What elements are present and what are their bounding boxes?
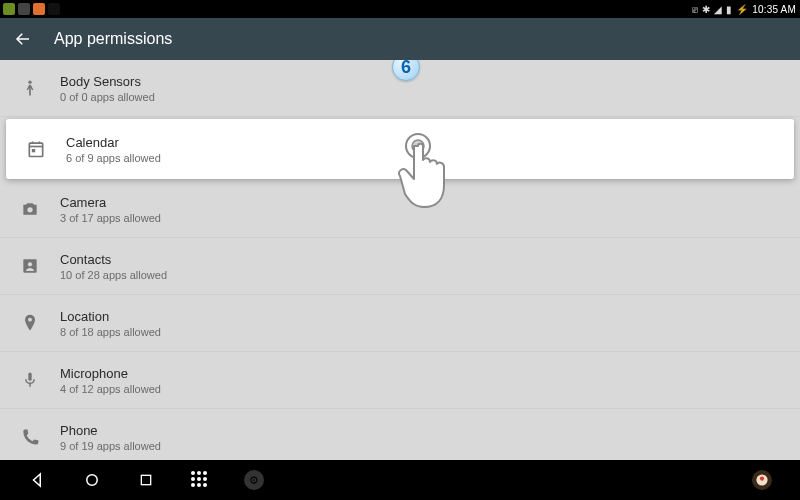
permission-sub: 4 of 12 apps allowed bbox=[60, 383, 161, 395]
permission-sub: 3 of 17 apps allowed bbox=[60, 212, 161, 224]
svg-point-0 bbox=[28, 81, 31, 84]
svg-point-9 bbox=[28, 318, 32, 322]
svg-point-8 bbox=[28, 262, 32, 266]
svg-rect-10 bbox=[28, 373, 31, 381]
permission-label: Body Sensors bbox=[60, 74, 155, 89]
body-sensors-icon bbox=[18, 76, 42, 100]
back-button[interactable] bbox=[14, 30, 32, 48]
permission-sub: 0 of 0 apps allowed bbox=[60, 91, 155, 103]
status-right-icons: ⎚ ✱ ◢ ▮ ⚡ 10:35 AM bbox=[692, 4, 800, 15]
tray-app-icon[interactable] bbox=[752, 470, 772, 490]
battery-charging-icon: ⚡ bbox=[736, 4, 748, 15]
svg-point-21 bbox=[760, 477, 764, 481]
permission-sub: 6 of 9 apps allowed bbox=[66, 152, 161, 164]
permission-sub: 8 of 18 apps allowed bbox=[60, 326, 161, 338]
calendar-icon bbox=[24, 137, 48, 161]
svg-point-6 bbox=[27, 207, 32, 212]
microphone-icon bbox=[18, 368, 42, 392]
permission-label: Calendar bbox=[66, 135, 161, 150]
permission-label: Camera bbox=[60, 195, 161, 210]
svg-rect-1 bbox=[29, 143, 42, 156]
tray-settings-icon[interactable]: ⚙ bbox=[244, 470, 264, 490]
status-notif-icons bbox=[0, 3, 60, 15]
notif-4-icon bbox=[48, 3, 60, 15]
permission-row-phone[interactable]: Phone 9 of 19 apps allowed bbox=[0, 409, 800, 460]
nav-back-button[interactable] bbox=[28, 470, 48, 490]
permission-label: Contacts bbox=[60, 252, 167, 267]
app-bar: App permissions bbox=[0, 18, 800, 60]
status-bar: ⎚ ✱ ◢ ▮ ⚡ 10:35 AM bbox=[0, 0, 800, 18]
permission-label: Phone bbox=[60, 423, 161, 438]
permission-row-contacts[interactable]: Contacts 10 of 28 apps allowed bbox=[0, 238, 800, 295]
permission-sub: 10 of 28 apps allowed bbox=[60, 269, 167, 281]
permission-row-camera[interactable]: Camera 3 of 17 apps allowed bbox=[0, 181, 800, 238]
camera-icon bbox=[18, 197, 42, 221]
status-clock: 10:35 AM bbox=[752, 4, 796, 15]
nav-recent-button[interactable] bbox=[136, 470, 156, 490]
wifi-icon: ◢ bbox=[714, 4, 722, 15]
permission-row-location[interactable]: Location 8 of 18 apps allowed bbox=[0, 295, 800, 352]
nav-home-button[interactable] bbox=[82, 470, 102, 490]
cast-icon: ⎚ bbox=[692, 4, 698, 15]
page-title: App permissions bbox=[54, 30, 172, 48]
nav-bar: ⚙ bbox=[0, 460, 800, 500]
bluetooth-icon: ✱ bbox=[702, 4, 710, 15]
permissions-list: 6 Body Sensors 0 of 0 apps allowed Calen… bbox=[0, 60, 800, 460]
svg-rect-5 bbox=[32, 149, 35, 152]
notif-2-icon bbox=[18, 3, 30, 15]
signal-icon: ▮ bbox=[726, 4, 732, 15]
location-icon bbox=[18, 311, 42, 335]
permission-label: Location bbox=[60, 309, 161, 324]
svg-rect-19 bbox=[141, 475, 150, 484]
contacts-icon bbox=[18, 254, 42, 278]
permission-sub: 9 of 19 apps allowed bbox=[60, 440, 161, 452]
notif-3-icon bbox=[33, 3, 45, 15]
notif-1-icon bbox=[3, 3, 15, 15]
permission-row-microphone[interactable]: Microphone 4 of 12 apps allowed bbox=[0, 352, 800, 409]
svg-point-18 bbox=[87, 475, 98, 486]
nav-apps-button[interactable] bbox=[190, 470, 210, 490]
phone-icon bbox=[18, 425, 42, 449]
permission-row-calendar[interactable]: Calendar 6 of 9 apps allowed bbox=[6, 119, 794, 179]
permission-label: Microphone bbox=[60, 366, 161, 381]
